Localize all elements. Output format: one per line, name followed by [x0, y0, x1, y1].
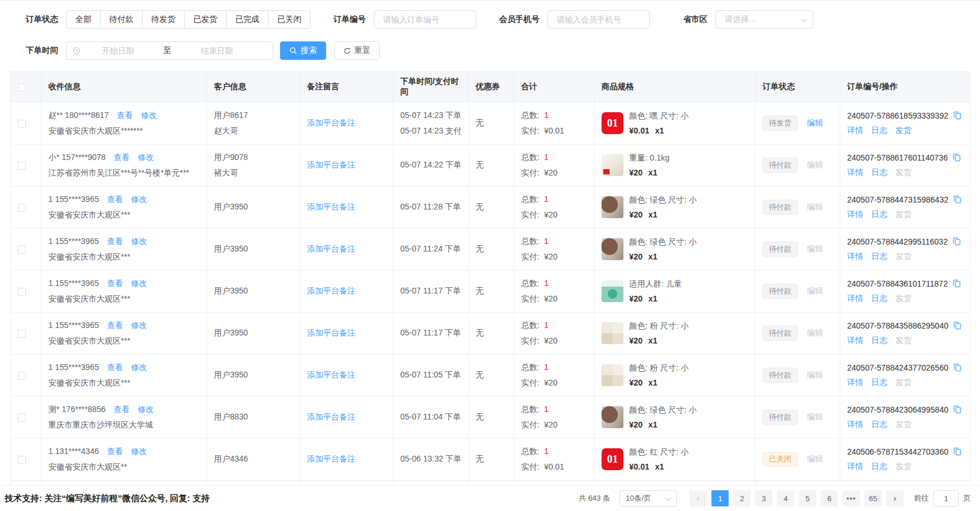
- page-button-3[interactable]: 3: [755, 490, 772, 506]
- log-link[interactable]: 日志: [871, 293, 887, 304]
- detail-link[interactable]: 详情: [847, 462, 863, 472]
- row-checkbox[interactable]: [18, 246, 26, 254]
- page-button-5[interactable]: 5: [799, 490, 816, 506]
- page-button-65[interactable]: 65: [864, 490, 882, 506]
- modify-address-link[interactable]: 修改: [131, 279, 147, 288]
- add-remark-link[interactable]: 添加平台备注: [307, 202, 355, 211]
- status-option-5[interactable]: 已关闭: [268, 10, 311, 29]
- page-button-4[interactable]: 4: [777, 490, 794, 506]
- order-number: 240507-5788423064995840: [847, 405, 948, 414]
- modify-address-link[interactable]: 修改: [137, 152, 154, 162]
- status-option-3[interactable]: 已发货: [184, 10, 227, 29]
- modify-address-link[interactable]: 修改: [131, 195, 147, 204]
- add-remark-link[interactable]: 添加平台备注: [307, 370, 355, 379]
- detail-link[interactable]: 详情: [847, 377, 863, 388]
- row-checkbox[interactable]: [18, 456, 26, 464]
- view-address-link[interactable]: 查看: [107, 195, 123, 204]
- page-button-6[interactable]: 6: [821, 490, 838, 506]
- row-checkbox[interactable]: [18, 120, 26, 128]
- add-remark-link[interactable]: 添加平台备注: [307, 160, 355, 169]
- pagination-next-button[interactable]: ›: [886, 490, 904, 506]
- copy-icon[interactable]: [953, 195, 962, 204]
- add-remark-link[interactable]: 添加平台备注: [307, 412, 355, 421]
- modify-address-link[interactable]: 修改: [137, 405, 154, 414]
- detail-link[interactable]: 详情: [847, 125, 863, 136]
- page-size-select[interactable]: 10条/页: [619, 490, 677, 506]
- search-button[interactable]: 搜索: [280, 41, 326, 60]
- row-checkbox[interactable]: [18, 372, 26, 380]
- add-remark-link[interactable]: 添加平台备注: [307, 118, 355, 127]
- pagination-prev-button[interactable]: ‹: [690, 490, 707, 506]
- ship-link[interactable]: 发货: [895, 125, 912, 136]
- product-spec: 适用人群: 儿童: [629, 279, 682, 289]
- modify-address-link[interactable]: 修改: [131, 363, 147, 372]
- detail-link[interactable]: 详情: [847, 335, 863, 346]
- view-address-link[interactable]: 查看: [107, 237, 123, 246]
- copy-icon[interactable]: [952, 279, 961, 288]
- modify-address-link[interactable]: 修改: [131, 447, 147, 456]
- copy-icon[interactable]: [953, 447, 962, 456]
- order-no-input[interactable]: [374, 10, 476, 29]
- row-checkbox[interactable]: [18, 162, 26, 170]
- member-phone-input[interactable]: [548, 10, 650, 29]
- edit-order-link[interactable]: 编辑: [807, 118, 823, 127]
- view-address-link[interactable]: 查看: [117, 110, 133, 120]
- modify-address-link[interactable]: 修改: [131, 321, 147, 330]
- select-all-checkbox[interactable]: [18, 83, 26, 91]
- customer-id: 用户8830: [214, 412, 293, 422]
- modify-address-link[interactable]: 修改: [131, 237, 147, 246]
- view-address-link[interactable]: 查看: [107, 447, 123, 456]
- status-option-0[interactable]: 全部: [66, 10, 101, 29]
- copy-icon[interactable]: [953, 363, 962, 372]
- log-link[interactable]: 日志: [871, 377, 887, 388]
- page-button-2[interactable]: 2: [733, 490, 751, 506]
- region-select[interactable]: 请选择...: [715, 10, 813, 29]
- view-address-link[interactable]: 查看: [107, 363, 123, 372]
- log-link[interactable]: 日志: [871, 251, 887, 262]
- view-address-link[interactable]: 查看: [107, 279, 123, 288]
- detail-link[interactable]: 详情: [847, 293, 863, 304]
- copy-icon[interactable]: [952, 153, 961, 162]
- total-label: 总数:: [521, 447, 539, 456]
- detail-link[interactable]: 详情: [847, 251, 863, 262]
- status-option-2[interactable]: 待发货: [142, 10, 185, 29]
- add-remark-link[interactable]: 添加平台备注: [307, 286, 355, 295]
- row-checkbox[interactable]: [18, 414, 26, 422]
- copy-icon[interactable]: [953, 321, 962, 330]
- modify-address-link[interactable]: 修改: [141, 110, 157, 120]
- col-header-orderno: 订单编号/操作: [840, 72, 970, 102]
- row-checkbox[interactable]: [18, 288, 26, 296]
- log-link[interactable]: 日志: [871, 462, 887, 472]
- detail-link[interactable]: 详情: [847, 420, 863, 430]
- view-address-link[interactable]: 查看: [114, 405, 130, 414]
- copy-icon[interactable]: [952, 237, 961, 246]
- log-link[interactable]: 日志: [871, 125, 887, 136]
- pagination-more-button[interactable]: •••: [843, 490, 860, 506]
- detail-link[interactable]: 详情: [847, 167, 863, 178]
- status-option-1[interactable]: 待付款: [100, 10, 143, 29]
- log-link[interactable]: 日志: [871, 209, 887, 220]
- add-remark-link[interactable]: 添加平台备注: [307, 244, 355, 253]
- copy-icon[interactable]: [953, 405, 962, 414]
- goto-page-input[interactable]: [933, 490, 959, 506]
- log-link[interactable]: 日志: [871, 335, 887, 346]
- page-button-1[interactable]: 1: [711, 490, 729, 506]
- status-badge: 待付款: [763, 326, 798, 341]
- date-range-picker[interactable]: 至: [66, 41, 273, 60]
- view-address-link[interactable]: 查看: [107, 321, 123, 330]
- start-date-input[interactable]: [81, 46, 155, 55]
- status-option-4[interactable]: 已完成: [226, 10, 269, 29]
- add-remark-link[interactable]: 添加平台备注: [307, 328, 355, 337]
- log-link[interactable]: 日志: [871, 420, 887, 430]
- row-checkbox[interactable]: [18, 204, 26, 212]
- row-checkbox[interactable]: [18, 330, 26, 338]
- reset-button[interactable]: 重置: [334, 41, 380, 60]
- log-link[interactable]: 日志: [871, 167, 887, 178]
- end-date-input[interactable]: [179, 46, 254, 55]
- product-price: ¥20: [629, 420, 642, 429]
- order-time: 05-07 11:17 下单: [400, 286, 461, 296]
- copy-icon[interactable]: [953, 111, 962, 120]
- add-remark-link[interactable]: 添加平台备注: [307, 454, 355, 463]
- detail-link[interactable]: 详情: [847, 209, 863, 220]
- view-address-link[interactable]: 查看: [114, 152, 130, 162]
